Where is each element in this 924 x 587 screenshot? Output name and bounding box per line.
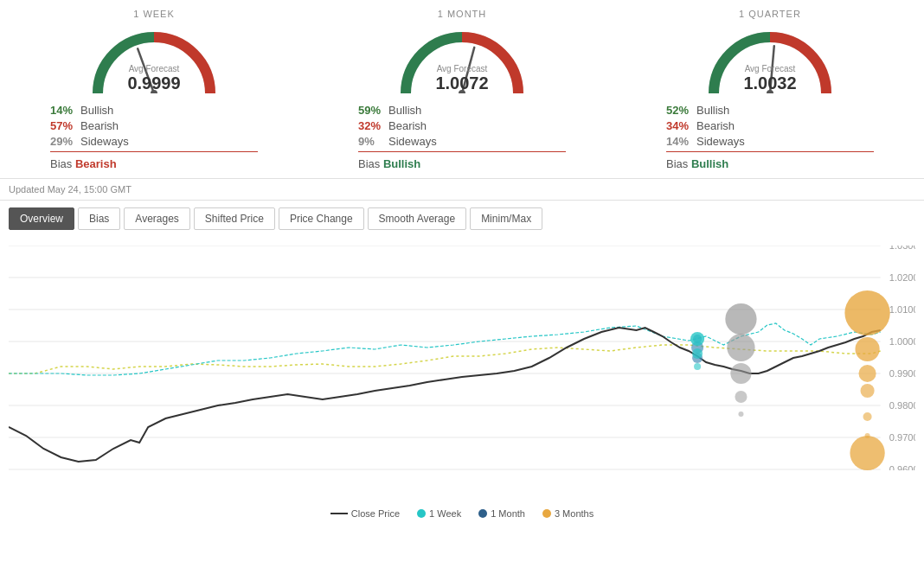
svg-point-30 bbox=[690, 332, 704, 346]
gauge-month-dial: Avg Forecast1.0072 bbox=[393, 24, 531, 93]
legend-3months-label: 3 Months bbox=[555, 508, 594, 519]
svg-text:1.0300: 1.0300 bbox=[889, 246, 915, 251]
svg-point-34 bbox=[855, 337, 879, 361]
svg-text:0.9800: 0.9800 bbox=[889, 400, 915, 411]
gauge-month-bias: Bias Bullish bbox=[358, 157, 566, 170]
legend-1week-dot bbox=[417, 509, 426, 518]
tab-smooth[interactable]: Smooth Average bbox=[368, 207, 467, 230]
legend-3months-dot bbox=[542, 509, 551, 518]
gauge-quarter-divider bbox=[666, 151, 874, 152]
stat-row-bullish: 14%Bullish bbox=[50, 104, 258, 117]
legend-1month-dot bbox=[478, 509, 487, 518]
gauge-quarter-title: 1 QUARTER bbox=[739, 9, 801, 19]
legend-1month-label: 1 Month bbox=[491, 508, 525, 519]
gauge-quarter-label: Avg Forecast1.0032 bbox=[701, 64, 839, 93]
stat-pct: 34% bbox=[666, 119, 696, 132]
gauge-week-stats: 14%Bullish57%Bearish29%SidewaysBias Bear… bbox=[24, 100, 284, 174]
stat-row-bullish: 59%Bullish bbox=[358, 104, 566, 117]
bias-value: Bullish bbox=[383, 157, 420, 170]
gauge-quarter: 1 QUARTERAvg Forecast1.003252%Bullish34%… bbox=[640, 9, 900, 174]
legend-3months: 3 Months bbox=[542, 508, 594, 519]
legend-close-price-line bbox=[330, 513, 348, 514]
stat-pct: 32% bbox=[358, 119, 388, 132]
gauge-month: 1 MONTHAvg Forecast1.007259%Bullish32%Be… bbox=[332, 9, 592, 174]
chart-svg: 1.0300 1.0200 1.0100 1.0000 0.9900 0.980… bbox=[9, 246, 915, 470]
legend-close-price-label: Close Price bbox=[351, 508, 400, 519]
svg-text:1.0000: 1.0000 bbox=[889, 336, 915, 347]
svg-text:1.0100: 1.0100 bbox=[889, 304, 915, 315]
stat-row-sideways: 29%Sideways bbox=[50, 135, 258, 148]
tab-shifted[interactable]: Shifted Price bbox=[194, 207, 275, 230]
stat-row-bearish: 32%Bearish bbox=[358, 119, 566, 132]
legend-1week-label: 1 Week bbox=[429, 508, 461, 519]
stat-pct: 14% bbox=[50, 104, 80, 117]
svg-text:0.9700: 0.9700 bbox=[889, 432, 915, 443]
svg-point-31 bbox=[692, 348, 703, 359]
stat-row-sideways: 14%Sideways bbox=[666, 135, 874, 148]
svg-point-28 bbox=[735, 391, 747, 403]
legend-1week: 1 Week bbox=[417, 508, 461, 519]
gauge-month-stats: 59%Bullish32%Bearish9%SidewaysBias Bulli… bbox=[332, 100, 592, 174]
gauge-week-label: Avg Forecast0.9999 bbox=[85, 64, 223, 93]
gauge-week-bias: Bias Bearish bbox=[50, 157, 258, 170]
stat-pct: 29% bbox=[50, 135, 80, 148]
stat-pct: 52% bbox=[666, 104, 696, 117]
tab-bias[interactable]: Bias bbox=[78, 207, 120, 230]
svg-text:0.9900: 0.9900 bbox=[889, 368, 915, 379]
bias-value: Bearish bbox=[75, 157, 117, 170]
stat-label: Bullish bbox=[696, 104, 729, 117]
svg-point-25 bbox=[725, 303, 756, 335]
svg-point-37 bbox=[863, 412, 872, 421]
gauges-section: 1 WEEKAvg Forecast0.999914%Bullish57%Bea… bbox=[0, 0, 924, 179]
svg-point-27 bbox=[730, 363, 751, 384]
stat-row-bearish: 57%Bearish bbox=[50, 119, 258, 132]
gauge-month-label: Avg Forecast1.0072 bbox=[393, 64, 531, 93]
stat-row-sideways: 9%Sideways bbox=[358, 135, 566, 148]
stat-row-bearish: 34%Bearish bbox=[666, 119, 874, 132]
stat-label: Sideways bbox=[388, 135, 437, 148]
chart-area: 1.0300 1.0200 1.0100 1.0000 0.9900 0.980… bbox=[0, 237, 924, 505]
gauge-month-divider bbox=[358, 151, 566, 152]
svg-point-32 bbox=[694, 363, 701, 370]
legend-bar: Close Price 1 Week 1 Month 3 Months bbox=[0, 505, 924, 522]
tab-averages[interactable]: Averages bbox=[124, 207, 189, 230]
tab-pricechange[interactable]: Price Change bbox=[279, 207, 364, 230]
svg-point-36 bbox=[861, 384, 875, 398]
updated-bar: Updated May 24, 15:00 GMT bbox=[0, 179, 924, 201]
stat-row-bullish: 52%Bullish bbox=[666, 104, 874, 117]
stat-label: Bullish bbox=[388, 104, 421, 117]
stat-label: Bullish bbox=[80, 104, 113, 117]
bias-value: Bullish bbox=[691, 157, 728, 170]
stat-pct: 57% bbox=[50, 119, 80, 132]
stat-label: Sideways bbox=[80, 135, 129, 148]
gauge-week-avg-text: Avg Forecast bbox=[85, 64, 223, 73]
tab-overview[interactable]: Overview bbox=[9, 207, 74, 230]
legend-1month: 1 Month bbox=[478, 508, 525, 519]
legend-close-price: Close Price bbox=[330, 508, 400, 519]
stat-label: Bearish bbox=[388, 119, 427, 132]
gauge-month-title: 1 MONTH bbox=[438, 9, 487, 19]
gauge-quarter-value: 1.0032 bbox=[701, 73, 839, 93]
gauge-quarter-bias: Bias Bullish bbox=[666, 157, 874, 170]
stat-label: Bearish bbox=[696, 119, 735, 132]
svg-point-35 bbox=[859, 365, 876, 382]
tab-minmax[interactable]: Minim/Max bbox=[470, 207, 542, 230]
svg-point-33 bbox=[844, 290, 889, 335]
gauge-week-dial: Avg Forecast0.9999 bbox=[85, 24, 223, 93]
gauge-month-avg-text: Avg Forecast bbox=[393, 64, 531, 73]
tabs-bar: OverviewBiasAveragesShifted PricePrice C… bbox=[0, 201, 924, 237]
updated-text: Updated May 24, 15:00 GMT bbox=[9, 184, 132, 195]
stat-label: Sideways bbox=[696, 135, 745, 148]
svg-text:0.9600: 0.9600 bbox=[889, 464, 915, 470]
gauge-week-divider bbox=[50, 151, 258, 152]
gauge-week-value: 0.9999 bbox=[85, 73, 223, 93]
stat-label: Bearish bbox=[80, 119, 119, 132]
svg-point-29 bbox=[738, 412, 743, 417]
gauge-quarter-avg-text: Avg Forecast bbox=[701, 64, 839, 73]
svg-point-39 bbox=[850, 436, 884, 470]
gauge-week-title: 1 WEEK bbox=[133, 9, 175, 19]
gauge-month-value: 1.0072 bbox=[393, 73, 531, 93]
stat-pct: 9% bbox=[358, 135, 388, 148]
svg-point-26 bbox=[727, 334, 754, 361]
stat-pct: 59% bbox=[358, 104, 388, 117]
